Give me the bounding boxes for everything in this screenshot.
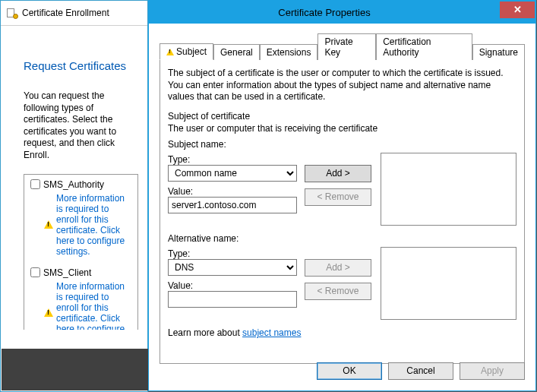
tab-private-key[interactable]: Private Key bbox=[317, 33, 376, 60]
subject-name-label: Subject name: bbox=[168, 139, 516, 150]
warning-icon bbox=[44, 308, 53, 317]
tab-panel-subject: The subject of a certificate is the user… bbox=[160, 60, 525, 364]
enrollment-body: Request Certificates You can request the… bbox=[1, 26, 147, 330]
more-info-link[interactable]: More information is required to enroll f… bbox=[56, 193, 131, 257]
subject-remove-button[interactable]: < Remove bbox=[305, 188, 371, 206]
subject-names-link[interactable]: subject names bbox=[242, 327, 301, 338]
tab-strip: Subject General Extensions Private Key C… bbox=[160, 33, 525, 60]
alt-list-box[interactable] bbox=[381, 247, 516, 320]
subject-type-select[interactable]: Common name bbox=[168, 165, 297, 182]
cancel-button[interactable]: Cancel bbox=[388, 362, 453, 380]
certificate-icon bbox=[7, 8, 17, 18]
cert-checkbox-sms-client[interactable]: SMS_Client bbox=[30, 267, 131, 278]
subject-value-input[interactable] bbox=[168, 197, 297, 213]
enrollment-footer bbox=[2, 349, 148, 390]
type-label: Type: bbox=[168, 248, 297, 259]
certificate-list: SMS_Authority More information is requir… bbox=[24, 174, 138, 330]
dialog-titlebar: Certificate Properties ✕ bbox=[149, 1, 535, 24]
enrollment-titlebar: Certificate Enrollment bbox=[1, 1, 147, 26]
dialog-footer: OK Cancel Apply bbox=[317, 362, 525, 380]
enrollment-title: Certificate Enrollment bbox=[22, 8, 109, 18]
ok-button[interactable]: OK bbox=[317, 362, 382, 380]
subject-of-cert-label: Subject of certificate bbox=[168, 111, 516, 122]
cert-checkbox-sms-authority[interactable]: SMS_Authority bbox=[30, 179, 131, 190]
more-info-link[interactable]: More information is required to enroll f… bbox=[56, 281, 131, 330]
cert-label: SMS_Authority bbox=[43, 179, 104, 190]
value-label: Value: bbox=[168, 186, 297, 197]
enrollment-desc: You can request the following types of c… bbox=[24, 90, 138, 162]
close-button[interactable]: ✕ bbox=[500, 2, 535, 18]
tab-subject[interactable]: Subject bbox=[160, 43, 213, 60]
tab-signature[interactable]: Signature bbox=[472, 44, 525, 60]
value-label: Value: bbox=[168, 280, 297, 291]
subject-list-box[interactable] bbox=[381, 153, 516, 226]
dialog-title: Certificate Properties bbox=[149, 7, 500, 18]
cert-label: SMS_Client bbox=[43, 267, 91, 278]
alt-type-select[interactable]: DNS bbox=[168, 259, 297, 276]
learn-more-row: Learn more about subject names bbox=[168, 327, 516, 338]
subject-name-row: Type: Common name Value: Add > < Remove bbox=[168, 153, 516, 226]
subject-add-button[interactable]: Add > bbox=[305, 165, 371, 182]
alt-value-input[interactable] bbox=[168, 291, 297, 308]
alt-name-row: Type: DNS Value: Add > < Remove bbox=[168, 247, 516, 320]
alt-remove-button[interactable]: < Remove bbox=[305, 283, 371, 300]
properties-dialog: Certificate Properties ✕ Subject General… bbox=[148, 0, 536, 391]
list-item: SMS_Client More information is required … bbox=[24, 263, 137, 330]
tab-extensions[interactable]: Extensions bbox=[260, 44, 318, 60]
subject-desc: The subject of a certificate is the user… bbox=[168, 68, 516, 103]
enrollment-window: Certificate Enrollment Request Certifica… bbox=[0, 0, 148, 392]
dialog-body: Subject General Extensions Private Key C… bbox=[149, 24, 535, 371]
apply-button[interactable]: Apply bbox=[460, 362, 525, 380]
type-label: Type: bbox=[168, 154, 297, 165]
warning-icon bbox=[166, 49, 174, 55]
tab-cert-authority[interactable]: Certification Authority bbox=[376, 33, 472, 60]
alt-name-label: Alternative name: bbox=[168, 233, 516, 244]
list-item: SMS_Authority More information is requir… bbox=[24, 175, 137, 263]
warning-icon bbox=[44, 220, 53, 229]
tab-general[interactable]: General bbox=[213, 44, 260, 60]
subject-sub-desc: The user or computer that is receiving t… bbox=[168, 123, 516, 135]
enrollment-heading: Request Certificates bbox=[24, 59, 138, 72]
alt-add-button[interactable]: Add > bbox=[305, 259, 371, 277]
